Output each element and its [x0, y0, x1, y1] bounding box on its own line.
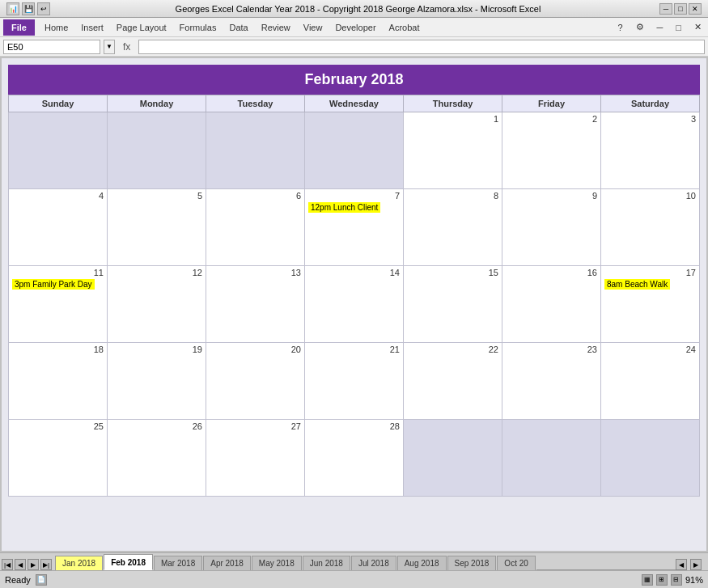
ribbon-close-btn[interactable]: ✕ — [688, 19, 708, 36]
developer-menu[interactable]: Developer — [329, 19, 382, 36]
calendar-cell-w2d2[interactable]: 13 — [206, 266, 305, 343]
calendar-cell-w4d5[interactable] — [502, 420, 601, 497]
calendar-cell-w1d6[interactable]: 10 — [601, 189, 700, 266]
calendar-event[interactable]: 12pm Lunch Client — [308, 202, 380, 213]
options-btn[interactable]: ⚙ — [630, 19, 651, 36]
view-page-icon[interactable]: ⊞ — [656, 574, 668, 586]
calendar-title: February 2018 — [8, 65, 700, 95]
calendar-cell-w1d1[interactable]: 5 — [108, 189, 206, 266]
tab-last-btn[interactable]: ▶| — [40, 559, 52, 570]
calendar-cell-w3d4[interactable]: 22 — [404, 343, 502, 420]
calendar-cell-w4d2[interactable]: 27 — [206, 420, 305, 497]
scroll-right-btn[interactable]: ▶ — [690, 559, 702, 570]
calendar-cell-w0d6[interactable]: 3 — [601, 112, 700, 189]
calendar-cell-w0d1[interactable] — [108, 112, 206, 189]
calendar-cell-w0d5[interactable]: 2 — [502, 112, 601, 189]
page-icon[interactable]: 📄 — [36, 574, 47, 586]
calendar-event[interactable]: 8am Beach Walk — [604, 279, 670, 290]
acrobat-menu[interactable]: Acrobat — [383, 19, 426, 36]
ribbon-restore-btn[interactable]: □ — [669, 19, 688, 36]
sheet-tab-may-2018[interactable]: May 2018 — [252, 556, 302, 570]
day-number: 13 — [210, 268, 301, 277]
calendar-cell-w3d1[interactable]: 19 — [108, 343, 206, 420]
calendar-container: February 2018 Sunday Monday Tuesday Wedn… — [2, 58, 706, 551]
calendar-cell-w1d0[interactable]: 4 — [9, 189, 108, 266]
view-menu[interactable]: View — [297, 19, 329, 36]
calendar-cell-w3d0[interactable]: 18 — [9, 343, 108, 420]
title-text: Georges Excel Calendar Year 2018 - Copyr… — [57, 4, 659, 14]
name-box-dropdown[interactable]: ▼ — [104, 40, 115, 54]
tab-navigation: |◀ ◀ ▶ ▶| — [2, 559, 52, 570]
day-number: 20 — [210, 345, 301, 354]
calendar-cell-w4d0[interactable]: 25 — [9, 420, 108, 497]
page-layout-menu[interactable]: Page Layout — [110, 19, 173, 36]
calendar-cell-w0d2[interactable] — [206, 112, 305, 189]
calendar-cell-w1d4[interactable]: 8 — [404, 189, 502, 266]
fx-button[interactable]: fx — [118, 41, 135, 53]
name-box[interactable]: E50 — [3, 40, 100, 54]
calendar-cell-w2d6[interactable]: 178am Beach Walk — [601, 266, 700, 343]
calendar-cell-w3d6[interactable]: 24 — [601, 343, 700, 420]
close-btn[interactable]: ✕ — [689, 3, 702, 15]
help-btn[interactable]: ? — [611, 19, 629, 36]
sheet-tab-feb-2018[interactable]: Feb 2018 — [104, 554, 153, 570]
calendar-cell-w2d3[interactable]: 14 — [305, 266, 404, 343]
undo-icon[interactable]: ↩ — [37, 2, 50, 15]
calendar-cell-w2d0[interactable]: 113pm Family Park Day — [9, 266, 108, 343]
calendar-week-1: 456712pm Lunch Client8910 — [9, 189, 700, 266]
view-break-icon[interactable]: ⊟ — [671, 574, 682, 586]
calendar-cell-w3d3[interactable]: 21 — [305, 343, 404, 420]
sheet-tab-oct-20[interactable]: Oct 20 — [497, 556, 535, 570]
sheet-tab-mar-2018[interactable]: Mar 2018 — [154, 556, 202, 570]
home-menu[interactable]: Home — [38, 19, 74, 36]
sheet-tab-aug-2018[interactable]: Aug 2018 — [397, 556, 447, 570]
sheet-tab-jan-2018[interactable]: Jan 2018 — [55, 556, 103, 570]
file-menu[interactable]: File — [3, 19, 35, 36]
save-icon[interactable]: 💾 — [22, 2, 35, 15]
formula-input[interactable] — [138, 40, 705, 54]
header-saturday: Saturday — [601, 95, 700, 112]
restore-btn[interactable]: □ — [674, 3, 687, 15]
zoom-level: 91% — [685, 575, 703, 585]
tab-first-btn[interactable]: |◀ — [2, 559, 13, 570]
calendar-week-0: 123 — [9, 112, 700, 189]
sheet-tab-sep-2018[interactable]: Sep 2018 — [447, 556, 497, 570]
day-number: 24 — [604, 345, 696, 354]
ribbon-minimize-btn[interactable]: ─ — [651, 19, 670, 36]
calendar-cell-w2d5[interactable]: 16 — [502, 266, 601, 343]
day-number: 14 — [308, 268, 400, 277]
calendar-cell-w0d0[interactable] — [9, 112, 108, 189]
calendar-cell-w4d3[interactable]: 28 — [305, 420, 404, 497]
day-number: 12 — [111, 268, 202, 277]
calendar-cell-w4d6[interactable] — [601, 420, 700, 497]
calendar-cell-w0d4[interactable]: 1 — [404, 112, 502, 189]
calendar-cell-w3d2[interactable]: 20 — [206, 343, 305, 420]
insert-menu[interactable]: Insert — [74, 19, 110, 36]
day-number: 16 — [506, 268, 597, 277]
sheet-tab-jun-2018[interactable]: Jun 2018 — [303, 556, 350, 570]
calendar-cell-w1d2[interactable]: 6 — [206, 189, 305, 266]
view-normal-icon[interactable]: ▦ — [642, 574, 653, 586]
calendar-event[interactable]: 3pm Family Park Day — [12, 279, 95, 290]
header-wednesday: Wednesday — [305, 95, 404, 112]
formula-bar: E50 ▼ fx — [0, 37, 708, 57]
day-number: 19 — [111, 345, 202, 354]
sheet-tab-apr-2018[interactable]: Apr 2018 — [203, 556, 251, 570]
calendar-cell-w1d3[interactable]: 712pm Lunch Client — [305, 189, 404, 266]
calendar-cell-w3d5[interactable]: 23 — [502, 343, 601, 420]
data-menu[interactable]: Data — [223, 19, 254, 36]
day-number: 11 — [12, 268, 104, 277]
tab-next-btn[interactable]: ▶ — [28, 559, 39, 570]
calendar-cell-w1d5[interactable]: 9 — [502, 189, 601, 266]
sheet-tab-jul-2018[interactable]: Jul 2018 — [351, 556, 396, 570]
calendar-cell-w2d1[interactable]: 12 — [108, 266, 206, 343]
calendar-cell-w4d4[interactable] — [404, 420, 502, 497]
scroll-left-btn[interactable]: ◀ — [676, 559, 687, 570]
tab-prev-btn[interactable]: ◀ — [15, 559, 26, 570]
review-menu[interactable]: Review — [255, 19, 297, 36]
calendar-cell-w2d4[interactable]: 15 — [404, 266, 502, 343]
minimize-btn[interactable]: ─ — [659, 3, 672, 15]
calendar-cell-w0d3[interactable] — [305, 112, 404, 189]
calendar-cell-w4d1[interactable]: 26 — [108, 420, 206, 497]
formulas-menu[interactable]: Formulas — [173, 19, 223, 36]
